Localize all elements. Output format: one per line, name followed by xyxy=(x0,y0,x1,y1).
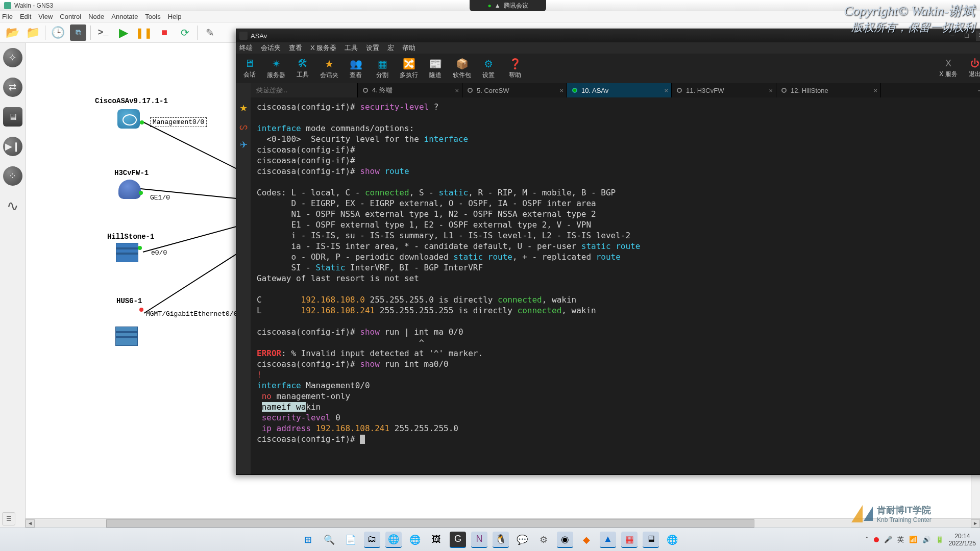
notepad-icon[interactable]: 📄 xyxy=(342,532,359,548)
security-category-icon[interactable]: ▶❙ xyxy=(3,137,22,156)
toolbtn-server[interactable]: ✴服务器 xyxy=(263,56,289,82)
scroll-thumb[interactable] xyxy=(106,519,754,528)
mobaxterm-taskbar-icon[interactable]: 🐧 xyxy=(493,532,509,548)
ime-indicator[interactable]: 英 xyxy=(897,535,904,544)
toolbtn-multiexec[interactable]: 🔀多执行 xyxy=(396,56,422,82)
open-project-button[interactable]: 📁 xyxy=(24,24,41,41)
sftp-icon[interactable]: ✈ xyxy=(240,139,248,151)
toolbtn-tools[interactable]: 🛠工具 xyxy=(289,56,316,81)
stop-button[interactable]: ■ xyxy=(156,24,173,41)
toolbtn-session[interactable]: 🖥会话 xyxy=(236,56,263,81)
term-menu-help[interactable]: 帮助 xyxy=(402,43,415,53)
reload-button[interactable]: ⟳ xyxy=(177,24,193,41)
toolbtn-exit[interactable]: ⏻退出 xyxy=(962,58,980,79)
pdf-icon[interactable]: ▦ xyxy=(621,532,638,548)
h3c-node-icon[interactable] xyxy=(118,180,141,199)
toolbtn-settings[interactable]: ⚙设置 xyxy=(475,56,502,82)
meeting-taskbar-icon[interactable]: ▲ xyxy=(600,532,616,548)
menu-view[interactable]: View xyxy=(38,13,53,20)
tray-chevron-icon[interactable]: ˄ xyxy=(865,536,869,543)
quick-star-icon[interactable] xyxy=(236,83,251,97)
microphone-icon[interactable]: 🎤 xyxy=(884,536,892,543)
toolbtn-xservice[interactable]: XX 服务 xyxy=(935,58,962,79)
menu-help[interactable]: Help xyxy=(168,13,182,20)
hillstone-node-icon[interactable] xyxy=(116,243,138,262)
term-menu-settings[interactable]: 设置 xyxy=(366,43,379,53)
switch-category-icon[interactable]: ⇄ xyxy=(3,78,22,97)
term-menu-xserver[interactable]: X 服务器 xyxy=(310,43,336,53)
term-menu-sessions[interactable]: 会话夹 xyxy=(261,43,281,53)
tab-asav[interactable]: 10. ASAv× xyxy=(567,83,672,97)
obs-icon[interactable]: ◉ xyxy=(557,532,573,548)
meeting-indicator[interactable]: ●▲ 腾讯会议 xyxy=(470,0,546,11)
close-icon[interactable]: × xyxy=(559,87,564,94)
app-icon[interactable]: ◆ xyxy=(578,532,595,548)
enddevice-category-icon[interactable]: 🖥 xyxy=(3,107,22,127)
annotate-button[interactable]: ✎ xyxy=(202,24,218,41)
asa-node-label: CiscoASAv9.17.1-1 xyxy=(95,97,168,105)
close-icon[interactable]: × xyxy=(664,87,668,94)
menu-node[interactable]: Node xyxy=(88,13,104,20)
term-menu-view[interactable]: 查看 xyxy=(289,43,302,53)
wifi-icon[interactable]: 📶 xyxy=(909,536,917,543)
snapshot-button[interactable]: 🕒 xyxy=(50,24,66,41)
router-category-icon[interactable]: ✧ xyxy=(3,48,22,67)
gns3-taskbar-icon[interactable]: G xyxy=(450,532,466,548)
menu-tools[interactable]: Tools xyxy=(145,13,160,20)
menu-control[interactable]: Control xyxy=(60,13,81,20)
close-icon[interactable]: × xyxy=(873,87,877,94)
scroll-right-icon[interactable]: ► xyxy=(971,519,980,528)
battery-icon[interactable]: 🔋 xyxy=(936,536,944,543)
canvas-hscroll[interactable]: ◄ ► xyxy=(26,518,980,528)
toolbtn-tunnel[interactable]: 📰隧道 xyxy=(422,56,449,82)
browser-icon[interactable]: 🌐 xyxy=(407,532,423,548)
tab-h3cvfw[interactable]: 11. H3CvFW× xyxy=(672,83,776,97)
start-button[interactable]: ▶ xyxy=(115,24,132,41)
toolbtn-packages[interactable]: 📦软件包 xyxy=(449,56,475,82)
menu-edit[interactable]: Edit xyxy=(20,13,31,20)
term-menu-terminal[interactable]: 终端 xyxy=(239,43,253,53)
recording-indicator-icon[interactable] xyxy=(874,537,879,542)
quick-connect-input[interactable]: 快速连接... xyxy=(251,83,358,97)
asa-node-icon[interactable] xyxy=(117,109,140,129)
macro-icon[interactable]: ᔕ xyxy=(239,121,248,132)
close-icon[interactable]: × xyxy=(769,87,773,94)
console-button[interactable]: >_ xyxy=(95,24,111,41)
onenote-icon[interactable]: N xyxy=(471,532,487,548)
toolbtn-help[interactable]: ❓帮助 xyxy=(502,56,528,82)
all-category-icon[interactable]: ⁘ xyxy=(3,166,22,186)
edge-icon[interactable]: 🌐 xyxy=(385,532,402,548)
bottom-panel-toggle[interactable]: ☰ xyxy=(2,512,15,525)
scroll-left-icon[interactable]: ◄ xyxy=(26,519,35,528)
term-menu-macro[interactable]: 宏 xyxy=(387,43,394,53)
start-button[interactable]: ⊞ xyxy=(300,532,316,548)
term-menu-tools[interactable]: 工具 xyxy=(345,43,358,53)
tab-coresw[interactable]: 5. CoreSW× xyxy=(462,83,567,97)
link-tool-icon[interactable]: ∿ xyxy=(3,196,22,215)
menu-annotate[interactable]: Annotate xyxy=(111,13,138,20)
husg-node-icon[interactable] xyxy=(115,327,138,346)
toolbtn-split[interactable]: ▦分割 xyxy=(369,56,396,82)
toolbtn-sessions-folder[interactable]: ★会话夹 xyxy=(316,56,342,82)
volume-icon[interactable]: 🔊 xyxy=(922,536,930,543)
toolbtn-view[interactable]: 👥查看 xyxy=(342,56,369,82)
search-icon[interactable]: 🔍 xyxy=(321,532,337,548)
pause-button[interactable]: ❚❚ xyxy=(136,24,152,41)
close-button[interactable]: ✕ xyxy=(976,31,980,41)
taskbar-clock[interactable]: 20:142022/1/25 xyxy=(949,533,976,547)
tab-terminal[interactable]: 4. 终端× xyxy=(358,83,462,97)
tab-hillstone[interactable]: 12. HillStone× xyxy=(776,83,881,97)
globe-icon[interactable]: 🌐 xyxy=(664,532,680,548)
image-icon[interactable]: 🖼 xyxy=(428,532,445,548)
close-icon[interactable]: × xyxy=(455,87,459,94)
terminal-output[interactable]: ciscoasa(config-if)# security-level ? in… xyxy=(251,97,980,474)
new-tab-button[interactable]: ＋ xyxy=(973,83,980,97)
favorites-icon[interactable]: ★ xyxy=(239,103,248,114)
app2-icon[interactable]: 🖥 xyxy=(643,532,659,548)
open-button[interactable]: 📂 xyxy=(4,24,20,41)
settings-icon[interactable]: ⚙ xyxy=(535,532,552,548)
show-hostnames-button[interactable]: ⧉ xyxy=(70,24,86,41)
menu-file[interactable]: File xyxy=(2,13,13,20)
wechat-icon[interactable]: 💬 xyxy=(514,532,530,548)
explorer-icon[interactable]: 🗂 xyxy=(364,532,380,548)
